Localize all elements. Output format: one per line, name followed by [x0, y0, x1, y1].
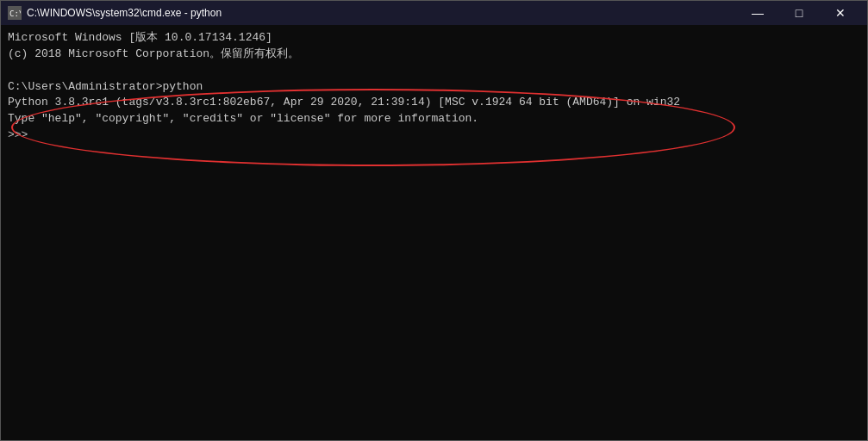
terminal-output: Microsoft Windows [版本 10.0.17134.1246] (…: [8, 30, 860, 144]
window-controls: — □ ✕: [738, 1, 860, 25]
title-bar-left: C:\ C:\WINDOWS\system32\cmd.exe - python: [8, 6, 222, 20]
cmd-window: C:\ C:\WINDOWS\system32\cmd.exe - python…: [0, 0, 868, 441]
close-button[interactable]: ✕: [821, 1, 860, 25]
minimize-button[interactable]: —: [738, 1, 777, 25]
window-title: C:\WINDOWS\system32\cmd.exe - python: [27, 7, 222, 19]
cmd-icon: C:\: [8, 6, 22, 20]
maximize-button[interactable]: □: [779, 1, 819, 25]
terminal-body[interactable]: Microsoft Windows [版本 10.0.17134.1246] (…: [1, 25, 867, 440]
title-bar: C:\ C:\WINDOWS\system32\cmd.exe - python…: [1, 1, 867, 25]
svg-text:C:\: C:\: [9, 9, 21, 18]
